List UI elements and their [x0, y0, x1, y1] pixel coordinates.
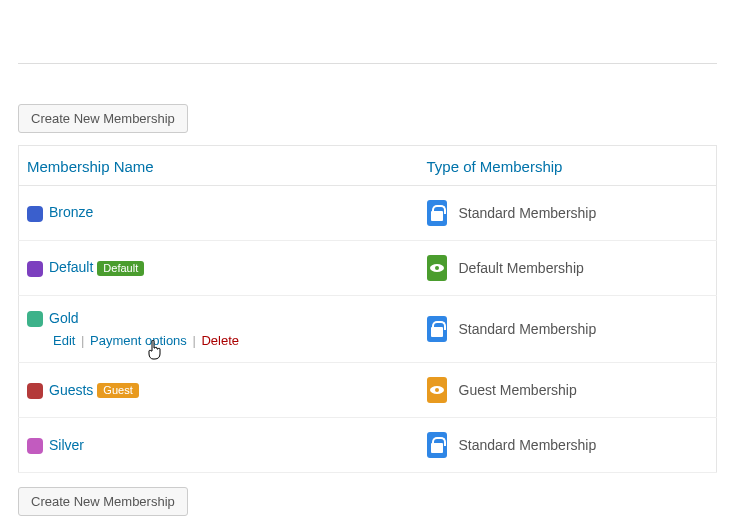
row-actions: Edit | Payment options | Delete — [27, 333, 411, 348]
membership-name-link[interactable]: Bronze — [49, 204, 93, 220]
edit-link[interactable]: Edit — [53, 333, 75, 348]
type-cell: Guest Membership — [419, 363, 717, 418]
separator: | — [75, 333, 90, 348]
col-header-name[interactable]: Membership Name — [19, 146, 419, 186]
color-swatch — [27, 206, 43, 222]
type-cell: Default Membership — [419, 241, 717, 296]
table-row: BronzeStandard Membership — [19, 186, 717, 241]
membership-badge: Guest — [97, 383, 138, 398]
membership-name-link[interactable]: Guests — [49, 382, 93, 398]
lock-icon — [427, 316, 447, 342]
lock-icon — [427, 200, 447, 226]
lock-icon — [427, 432, 447, 458]
name-cell: DefaultDefault — [19, 241, 419, 296]
name-cell: Silver — [19, 418, 419, 473]
memberships-table: Membership Name Type of Membership Bronz… — [18, 145, 717, 473]
eye-icon — [427, 377, 447, 403]
color-swatch — [27, 261, 43, 277]
membership-badge: Default — [97, 261, 144, 276]
membership-name-link[interactable]: Gold — [49, 310, 79, 326]
table-row: SilverStandard Membership — [19, 418, 717, 473]
type-cell: Standard Membership — [419, 418, 717, 473]
type-label: Standard Membership — [459, 205, 597, 221]
type-cell: Standard Membership — [419, 186, 717, 241]
type-label: Default Membership — [459, 260, 584, 276]
name-cell: GoldEdit | Payment options | Delete — [19, 296, 419, 363]
name-cell: Bronze — [19, 186, 419, 241]
create-membership-button-bottom[interactable]: Create New Membership — [18, 487, 188, 516]
table-row: GuestsGuestGuest Membership — [19, 363, 717, 418]
table-row: DefaultDefaultDefault Membership — [19, 241, 717, 296]
col-header-type[interactable]: Type of Membership — [419, 146, 717, 186]
color-swatch — [27, 383, 43, 399]
type-label: Standard Membership — [459, 437, 597, 453]
type-label: Standard Membership — [459, 321, 597, 337]
membership-name-link[interactable]: Silver — [49, 437, 84, 453]
eye-icon — [427, 255, 447, 281]
membership-name-link[interactable]: Default — [49, 259, 93, 275]
type-cell: Standard Membership — [419, 296, 717, 363]
color-swatch — [27, 311, 43, 327]
payment-options-link[interactable]: Payment options — [90, 333, 187, 348]
table-row: GoldEdit | Payment options | DeleteStand… — [19, 296, 717, 363]
separator: | — [187, 333, 202, 348]
type-label: Guest Membership — [459, 382, 577, 398]
delete-link[interactable]: Delete — [201, 333, 239, 348]
color-swatch — [27, 438, 43, 454]
memberships-page: Create New Membership Membership Name Ty… — [0, 64, 735, 516]
name-cell: GuestsGuest — [19, 363, 419, 418]
create-membership-button-top[interactable]: Create New Membership — [18, 104, 188, 133]
